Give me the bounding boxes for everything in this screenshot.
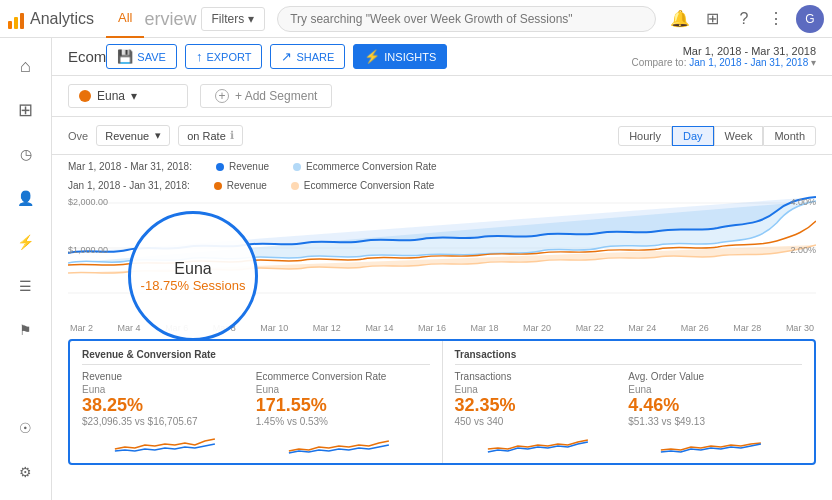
y-label-mid: $1,000.00 bbox=[68, 245, 108, 255]
header-actions: 💾 SAVE ↑ EXPORT ↗ SHARE ⚡ INSIGHTS bbox=[106, 44, 447, 69]
day-button[interactable]: Day bbox=[672, 126, 714, 146]
breadcrumb-separator: erview bbox=[144, 0, 196, 38]
transactions-compare: 450 vs 340 bbox=[455, 416, 621, 427]
chart-legend: Mar 1, 2018 - Mar 31, 2018: Revenue Ecom… bbox=[68, 155, 816, 174]
add-segment-button[interactable]: + + Add Segment bbox=[200, 84, 332, 108]
sidebar-item-audience[interactable]: 👤 bbox=[6, 178, 46, 218]
conversion-label: Ecommerce Conversion Rate bbox=[256, 371, 422, 382]
insights-label: INSIGHTS bbox=[384, 51, 436, 63]
insights-button[interactable]: ⚡ INSIGHTS bbox=[353, 44, 447, 69]
filters-label: Filters bbox=[212, 12, 245, 26]
avg-order-label: Avg. Order Value bbox=[628, 371, 794, 382]
y-label-top: $2,000.00 bbox=[68, 197, 108, 207]
stat-group-title-1: Revenue & Conversion Rate bbox=[82, 349, 430, 365]
month-button[interactable]: Month bbox=[763, 126, 816, 146]
logo-icon bbox=[8, 9, 24, 29]
legend-date-jan: Jan 1, 2018 - Jan 31, 2018: bbox=[68, 180, 190, 191]
stat-item-revenue: Revenue Euna 38.25% $23,096.35 vs $16,70… bbox=[82, 371, 256, 455]
stats-row: Revenue & Conversion Rate Revenue Euna 3… bbox=[68, 339, 816, 465]
stats-inner-1: Revenue Euna 38.25% $23,096.35 vs $16,70… bbox=[82, 371, 430, 455]
revenue-mini-chart bbox=[82, 431, 248, 455]
app-title: Analytics bbox=[30, 10, 94, 28]
main-layout: ⌂ ⊞ ◷ 👤 ⚡ ☰ ⚑ ☉ ⚙ Ecom 💾 SAVE ↑ EXPORT bbox=[0, 38, 832, 500]
conversion-mini-chart bbox=[256, 431, 422, 455]
filters-button[interactable]: Filters ▾ bbox=[201, 7, 266, 31]
revenue-value: 38.25% bbox=[82, 395, 248, 416]
nav-icons: 🔔 ⊞ ? ⋮ G bbox=[668, 5, 824, 33]
hourly-button[interactable]: Hourly bbox=[618, 126, 672, 146]
overview-label: Ove bbox=[68, 130, 88, 142]
chevron-down-icon: ▾ bbox=[248, 12, 254, 26]
stat-item-transactions: Transactions Euna 32.35% 450 vs 340 bbox=[455, 371, 629, 455]
right-y-top: 4.00% bbox=[790, 197, 816, 207]
save-button[interactable]: 💾 SAVE bbox=[106, 44, 177, 69]
sidebar-item-behavior[interactable]: ☰ bbox=[6, 266, 46, 306]
primary-date: Mar 1, 2018 - Mar 31, 2018 bbox=[631, 45, 816, 57]
date-range-display: Mar 1, 2018 - Mar 31, 2018 Compare to: J… bbox=[631, 45, 816, 68]
content-title: Ecom bbox=[68, 48, 106, 65]
sidebar-item-conversions[interactable]: ⚑ bbox=[6, 310, 46, 350]
avatar[interactable]: G bbox=[796, 5, 824, 33]
nav-tab-all[interactable]: All bbox=[106, 0, 144, 38]
share-label: SHARE bbox=[296, 51, 334, 63]
chart-area: Mar 1, 2018 - Mar 31, 2018: Revenue Ecom… bbox=[52, 155, 832, 333]
overview-row: Ove Revenue ▾ on Rate ℹ Hourly Day Week … bbox=[52, 117, 832, 155]
chevron-down-icon: ▾ bbox=[131, 89, 137, 103]
share-icon: ↗ bbox=[281, 49, 292, 64]
week-button[interactable]: Week bbox=[714, 126, 764, 146]
legend-date-mar: Mar 1, 2018 - Mar 31, 2018: bbox=[68, 161, 192, 172]
revenue-sublabel: Euna bbox=[82, 384, 248, 395]
content-area: Ecom 💾 SAVE ↑ EXPORT ↗ SHARE ⚡ INSIGHTS bbox=[52, 38, 832, 500]
revenue-compare: $23,096.35 vs $16,705.67 bbox=[82, 416, 248, 427]
more-icon[interactable]: ⋮ bbox=[764, 7, 788, 31]
stat-group-transactions: Transactions Transactions Euna 32.35% 45… bbox=[443, 341, 815, 463]
metric-select-2[interactable]: on Rate ℹ bbox=[178, 125, 243, 146]
search-bar bbox=[277, 6, 656, 32]
bell-icon[interactable]: 🔔 bbox=[668, 7, 692, 31]
metric-select-1[interactable]: Revenue ▾ bbox=[96, 125, 170, 146]
avg-order-sublabel: Euna bbox=[628, 384, 794, 395]
insights-icon: ⚡ bbox=[364, 49, 380, 64]
conversion-compare: 1.45% vs 0.53% bbox=[256, 416, 422, 427]
legend-revenue-mar: Revenue bbox=[216, 161, 269, 172]
segment-selector[interactable]: Euna ▾ bbox=[68, 84, 188, 108]
legend-conversion-jan: Ecommerce Conversion Rate bbox=[291, 180, 435, 191]
sidebar-item-home[interactable]: ⌂ bbox=[6, 46, 46, 86]
x-axis-labels: Mar 2 Mar 4 Mar 6 Mar 8 Mar 10 Mar 12 Ma… bbox=[68, 323, 816, 333]
save-label: SAVE bbox=[137, 51, 166, 63]
chart-svg bbox=[68, 193, 816, 323]
sidebar: ⌂ ⊞ ◷ 👤 ⚡ ☰ ⚑ ☉ ⚙ bbox=[0, 38, 52, 500]
sidebar-item-settings[interactable]: ⚙ bbox=[6, 452, 46, 492]
avg-order-value: 4.46% bbox=[628, 395, 794, 416]
sidebar-item-acquisition[interactable]: ⚡ bbox=[6, 222, 46, 262]
sidebar-item-dashboard[interactable]: ⊞ bbox=[6, 90, 46, 130]
stat-item-avg-order: Avg. Order Value Euna 4.46% $51.33 vs $4… bbox=[628, 371, 802, 455]
top-nav: Analytics All erview Filters ▾ 🔔 ⊞ ? ⋮ G bbox=[0, 0, 832, 38]
sidebar-item-realtime[interactable]: ◷ bbox=[6, 134, 46, 174]
avg-order-mini-chart bbox=[628, 431, 794, 455]
transactions-sublabel: Euna bbox=[455, 384, 621, 395]
compare-date: Compare to: Jan 1, 2018 - Jan 31, 2018 ▾ bbox=[631, 57, 816, 68]
info-icon: ℹ bbox=[230, 129, 234, 142]
add-icon: + bbox=[215, 89, 229, 103]
legend-revenue-jan: Revenue bbox=[214, 180, 267, 191]
right-y-mid: 2.00% bbox=[790, 245, 816, 255]
grid-icon[interactable]: ⊞ bbox=[700, 7, 724, 31]
export-icon: ↑ bbox=[196, 49, 203, 64]
chevron-icon: ▾ bbox=[155, 129, 161, 142]
transactions-label: Transactions bbox=[455, 371, 621, 382]
conversion-sublabel: Euna bbox=[256, 384, 422, 395]
share-button[interactable]: ↗ SHARE bbox=[270, 44, 345, 69]
avg-order-compare: $51.33 vs $49.13 bbox=[628, 416, 794, 427]
add-segment-label: + Add Segment bbox=[235, 89, 317, 103]
help-icon[interactable]: ? bbox=[732, 7, 756, 31]
sidebar-item-discover[interactable]: ☉ bbox=[6, 408, 46, 448]
segment-name: Euna bbox=[97, 89, 125, 103]
legend-conversion-mar: Ecommerce Conversion Rate bbox=[293, 161, 437, 172]
search-input[interactable] bbox=[277, 6, 656, 32]
export-button[interactable]: ↑ EXPORT bbox=[185, 44, 263, 69]
stats-inner-2: Transactions Euna 32.35% 450 vs 340 bbox=[455, 371, 803, 455]
segment-row: Euna ▾ + + Add Segment bbox=[52, 76, 832, 117]
content-header: Ecom 💾 SAVE ↑ EXPORT ↗ SHARE ⚡ INSIGHTS bbox=[52, 38, 832, 76]
conversion-value: 171.55% bbox=[256, 395, 422, 416]
